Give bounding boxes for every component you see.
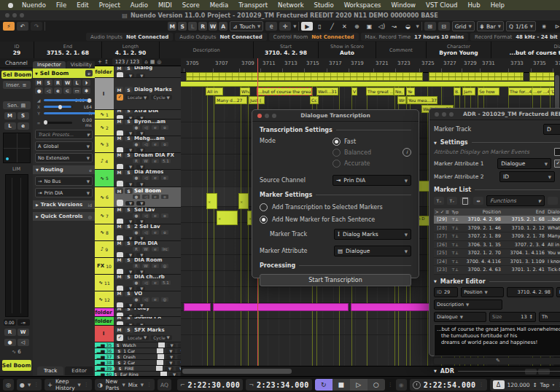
menu-item[interactable]: VST Cloud [421,1,462,9]
track-solo-button[interactable]: S [125,208,133,213]
track-control-button[interactable]: o [161,125,168,130]
marker-event[interactable]: The great ...33 [366,87,394,95]
marker-active-checkbox[interactable] [157,348,163,353]
track-control-button[interactable]: ◁ [142,142,149,146]
track-control-button[interactable]: ◁ [142,213,149,218]
grid-type-dropdown[interactable]: ⋕ Bar▼ [477,21,504,31]
editor-description-dropdown[interactable]: Description▼ [434,299,502,310]
locate-dropdown[interactable]: ▼ [125,116,134,119]
info-field[interactable]: ID 29 [0,42,34,58]
track-control-button[interactable]: e [152,125,159,130]
inspector-state-button[interactable]: S [44,79,52,86]
marker-row[interactable]: [23] ⊤⊥ 3700. 2. 4. 63 3701. 1. 2. 41 Ti… [434,266,560,275]
track-control-button[interactable]: ● [133,142,140,146]
track-control-button[interactable]: ● [133,213,140,218]
clipped-button[interactable] [548,197,558,205]
track-control-button[interactable]: ● [133,176,140,180]
marker-attribute-dropdown[interactable]: ▤ Dialogue▼ [334,246,411,256]
inspector-state-button[interactable]: W [63,79,71,86]
locate-dropdown[interactable]: ▼ [125,303,134,307]
track-row[interactable]: FX 10 M S DIA Room R W [95,258,181,275]
track-row[interactable]: ∿ 12 M S VO ● ◁ e [95,291,181,308]
menu-item[interactable]: Nuendo [17,1,51,9]
close-dialog-icon[interactable] [257,114,262,118]
midi-record-mode-dropdown[interactable]: ◑ New Parts▼ Mix▼⋮ [95,379,155,391]
cycle-dropdown[interactable]: ▼ [136,253,145,257]
tap-tempo-button[interactable]: Tap [540,382,550,388]
track-mute-button[interactable]: M [115,241,123,246]
audio-event[interactable] [238,193,249,209]
track-control-button[interactable]: e [152,297,159,302]
marker-active-checkbox[interactable]: ✓ [117,334,123,341]
menu-item[interactable]: Studio [309,1,339,9]
surround-pan-pad[interactable] [3,133,31,163]
track-control-button[interactable]: ◁ [142,281,149,285]
slider[interactable] [44,99,72,101]
marker-table-header[interactable]: > ✓ ≡ Typ Position End Dialogue [434,208,560,216]
locate-dropdown[interactable]: ▼ [166,355,175,359]
track-row[interactable]: ▂▅ 35 M S Watch ▼ ▼ [95,342,181,348]
marker-active-checkbox[interactable] [158,342,165,348]
cycle-dropdown[interactable]: ▼ [136,131,145,136]
marker-event[interactable]: Cc [310,96,319,104]
editor-position-value[interactable]: 3710. 4. 2. 98 [507,287,553,297]
routing-section[interactable]: ▼Routing e [33,165,95,174]
mode-option[interactable]: Accurate [332,160,402,168]
track-mute-button[interactable]: M [115,275,123,280]
track-solo-button[interactable]: S [125,188,133,194]
track-mute-button[interactable]: M [115,66,123,71]
radio-icon[interactable] [332,160,341,168]
global-state-button[interactable]: W [209,22,217,31]
solo-button[interactable]: S [18,112,29,119]
minimize-adr-icon[interactable] [442,112,446,117]
marker-event[interactable]: ...but of course the great ...29 [257,87,312,95]
punch-button[interactable]: ◉ [396,379,407,391]
tool-button[interactable]: ⊕ [351,22,362,31]
track-mute-button[interactable]: M [115,327,123,333]
track-row[interactable]: ∿ 2 M S Byron...am ● ◁ [95,119,181,136]
marker-row[interactable]: [24] ⊤⊥ 3700. 4. 4.116 3701. 3. 1.109 I … [434,258,560,267]
track-control-button[interactable]: o [161,213,168,218]
track-mute-button[interactable]: M [115,224,123,230]
track-control-button[interactable]: W [142,159,149,163]
locate-dropdown[interactable]: ▼ [165,366,174,371]
track-solo-button[interactable]: S [125,241,133,246]
cycle-dropdown[interactable]: ▼ [136,236,145,240]
track-solo-button[interactable]: S [125,317,133,320]
track-solo-button[interactable]: S [125,224,133,230]
locate-dropdown[interactable]: ▼ [125,74,134,78]
locate-dropdown[interactable]: ▼ [125,253,134,257]
marker-event[interactable]: Well...31 [316,87,338,95]
tempo-caret[interactable]: ▾ [553,383,555,387]
info-field[interactable]: Dialogue ...but of course the great Jame… [491,42,560,58]
track-control-button[interactable]: ◁ [142,125,149,130]
marker-editor-section[interactable]: ▼Marker Editor [434,278,560,285]
locate-dropdown[interactable]: ▼ [125,270,134,274]
inspector-option-button[interactable]: ▭ [73,87,81,94]
tool-button[interactable]: ╱ [326,22,338,31]
editor-end-dropdown[interactable]: End [556,287,560,297]
marker-active-checkbox[interactable] [156,366,163,371]
locate-dropdown[interactable]: ▼ [166,349,174,353]
record-button[interactable]: ○ [368,379,385,391]
track-mute-button[interactable]: M [115,291,123,297]
marker-event[interactable]: Just ( [249,96,265,104]
marker-active-checkbox[interactable] [117,269,123,275]
functions-dropdown[interactable]: Functions▼ [486,195,545,206]
track-control-button[interactable]: e [152,281,159,285]
inspector-state-button[interactable]: L [73,79,81,86]
edit-channel-icon[interactable]: e [85,70,93,77]
track-solo-button[interactable]: S [125,275,133,280]
track-row[interactable]: ∿ 5 M S Dia Atmos ● ◁ [95,170,181,187]
cycle-dropdown[interactable]: Cycle▼ [151,95,172,100]
folder-event[interactable] [429,72,524,81]
track-control-button[interactable]: o [161,195,168,199]
tool-button[interactable]: ▶ [301,22,313,31]
tool-button[interactable]: ▣ [363,22,375,31]
marker-event[interactable]: All in [206,87,223,95]
track-solo-button[interactable]: S [125,327,133,333]
track-row[interactable]: ▂▅ 36 M S 1 Car ▼ ▼ [95,348,181,354]
track-solo-button[interactable]: S [125,308,133,311]
automation-mode-dropdown[interactable]: ⊿ Touch▼ [230,21,263,31]
info-icon[interactable]: i [402,148,411,157]
